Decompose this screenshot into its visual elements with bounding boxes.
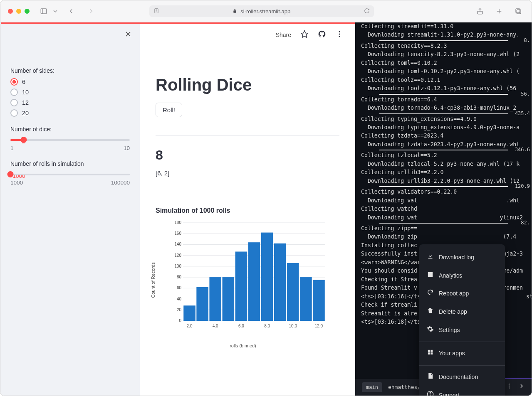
menu-separator xyxy=(419,365,505,366)
browser-toolbar: sl-roller.streamlit.app xyxy=(0,0,532,22)
page-title: Rolling Dice xyxy=(156,76,339,94)
menu-download-log[interactable]: Download log xyxy=(419,248,505,267)
sides-radio-6[interactable]: 6 xyxy=(10,78,130,86)
menu-delete-app[interactable]: Delete app xyxy=(419,303,505,321)
histogram-chart: Count of Records 02040608010012014016018… xyxy=(156,218,330,342)
svg-rect-60 xyxy=(431,353,433,355)
menu-label: Documentation xyxy=(439,373,478,382)
svg-rect-57 xyxy=(428,350,430,352)
star-icon[interactable] xyxy=(300,30,309,40)
svg-text:2.0: 2.0 xyxy=(187,324,193,328)
svg-rect-59 xyxy=(428,353,430,355)
menu-label: Download log xyxy=(439,253,474,262)
main-content: Share Rolling Dice Roll! 8 [6, 2] Simula… xyxy=(140,22,355,396)
chevron-down-icon[interactable] xyxy=(52,5,59,17)
chevron-right-icon[interactable] xyxy=(518,383,525,392)
menu-documentation[interactable]: Documentation xyxy=(419,368,505,386)
svg-point-56 xyxy=(509,387,510,388)
github-icon[interactable] xyxy=(318,30,326,40)
result-list: [6, 2] xyxy=(156,170,339,177)
svg-text:12.0: 12.0 xyxy=(315,324,323,328)
lock-icon xyxy=(233,8,237,15)
sides-radio-10[interactable]: 10 xyxy=(10,89,130,96)
svg-rect-38 xyxy=(196,287,208,321)
menu-separator xyxy=(419,342,505,342)
minimize-window-icon[interactable] xyxy=(16,9,21,14)
share-icon[interactable] xyxy=(474,5,486,17)
kebab-menu-icon[interactable] xyxy=(506,383,512,392)
reader-icon[interactable] xyxy=(153,8,159,15)
doc-icon xyxy=(427,372,434,382)
analytics-icon xyxy=(427,271,434,281)
divider xyxy=(156,195,339,195)
menu-analytics[interactable]: Analytics xyxy=(419,267,505,285)
svg-text:8.0: 8.0 xyxy=(264,324,270,328)
menu-label: Delete app xyxy=(439,307,467,317)
svg-point-14 xyxy=(339,31,340,32)
menu-label: Analytics xyxy=(439,271,462,280)
app-toolbar: Share xyxy=(276,30,344,40)
dice-slider[interactable]: 2 110 xyxy=(10,139,130,151)
sides-radio-20[interactable]: 20 xyxy=(10,109,130,117)
menu-support[interactable]: Support xyxy=(419,386,505,396)
maximize-window-icon[interactable] xyxy=(25,9,30,14)
help-icon xyxy=(427,391,434,396)
sidebar-toggle-icon[interactable] xyxy=(38,5,49,17)
svg-text:40: 40 xyxy=(177,297,182,301)
divider xyxy=(156,135,339,136)
address-bar[interactable]: sl-roller.streamlit.app xyxy=(149,5,374,17)
radio-icon xyxy=(10,99,18,106)
menu-label: Reboot app xyxy=(439,289,469,298)
svg-text:180: 180 xyxy=(174,221,181,225)
url-text: sl-roller.streamlit.app xyxy=(240,8,290,15)
svg-text:160: 160 xyxy=(174,231,181,236)
svg-rect-47 xyxy=(313,280,325,321)
chart-xlabel: rolls (binned) xyxy=(156,343,330,348)
result-sum: 8 xyxy=(156,148,339,163)
radio-label: 6 xyxy=(22,79,25,85)
radio-label: 10 xyxy=(22,89,29,96)
branch-pill[interactable]: main xyxy=(362,382,382,393)
forward-icon[interactable] xyxy=(85,5,97,17)
kebab-menu-icon[interactable] xyxy=(335,30,344,40)
trash-icon xyxy=(427,307,434,317)
svg-rect-9 xyxy=(517,10,521,14)
svg-rect-40 xyxy=(223,277,235,321)
chart-title: Simulation of 1000 rolls xyxy=(156,207,339,214)
svg-text:4.0: 4.0 xyxy=(213,324,218,328)
menu-label: Settings xyxy=(439,326,460,335)
radio-icon xyxy=(10,89,18,96)
tabs-overview-icon[interactable] xyxy=(512,5,524,17)
rolls-slider[interactable]: 1000 1000100000 xyxy=(10,174,130,186)
svg-text:140: 140 xyxy=(174,242,181,246)
svg-rect-39 xyxy=(209,277,221,321)
sides-radio-12[interactable]: 12 xyxy=(10,99,130,106)
rolls-label: Number of rolls in simulation xyxy=(10,160,130,167)
menu-your-apps[interactable]: Your apps xyxy=(419,344,505,363)
reload-icon[interactable] xyxy=(364,8,370,15)
close-window-icon[interactable] xyxy=(8,9,13,14)
radio-icon xyxy=(10,78,18,86)
back-icon[interactable] xyxy=(65,5,77,17)
radio-label: 20 xyxy=(22,110,29,116)
svg-marker-13 xyxy=(301,31,308,38)
svg-point-15 xyxy=(339,34,340,35)
download-icon xyxy=(427,253,434,263)
roll-button[interactable]: Roll! xyxy=(156,103,182,117)
svg-rect-46 xyxy=(300,277,312,321)
share-button[interactable]: Share xyxy=(276,32,291,38)
menu-reboot-app[interactable]: Reboot app xyxy=(419,285,505,303)
svg-rect-42 xyxy=(248,242,260,321)
svg-text:10.0: 10.0 xyxy=(289,324,297,328)
close-sidebar-icon[interactable] xyxy=(124,30,132,39)
new-tab-icon[interactable] xyxy=(493,5,505,17)
svg-rect-58 xyxy=(431,350,433,352)
svg-point-16 xyxy=(339,36,340,37)
svg-text:60: 60 xyxy=(177,285,182,290)
svg-text:120: 120 xyxy=(174,253,181,258)
menu-label: Your apps xyxy=(439,349,465,358)
svg-rect-37 xyxy=(183,305,195,321)
svg-rect-41 xyxy=(235,251,247,321)
streamlit-sidebar: Number of sides: 6101220 Number of dice:… xyxy=(0,22,140,396)
menu-settings[interactable]: Settings xyxy=(419,321,505,339)
